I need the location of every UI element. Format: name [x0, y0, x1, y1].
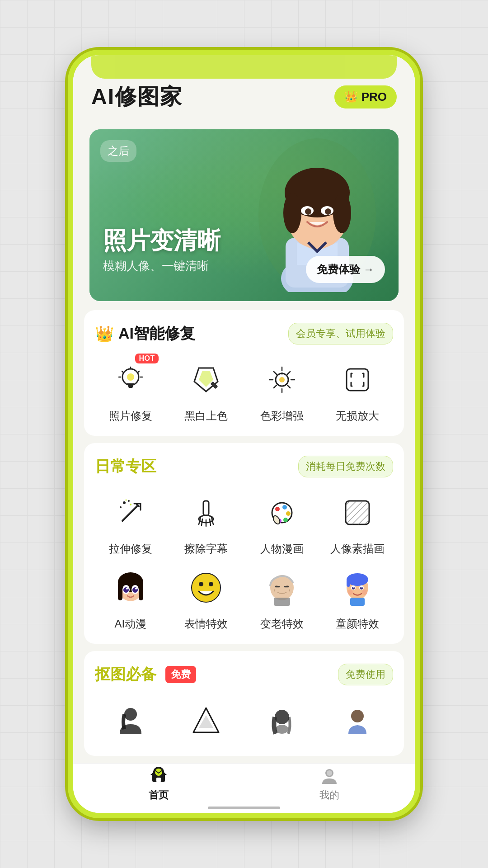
svg-point-70	[132, 587, 138, 593]
cutout-icon-box-3	[259, 698, 305, 743]
svg-point-51	[286, 511, 291, 516]
young-face-svg	[339, 570, 375, 606]
svg-point-40	[125, 500, 127, 501]
anime-icon-box	[108, 565, 153, 610]
ai-repair-section: 👑 AI智能修复 会员专享、试用体验	[84, 310, 404, 436]
ai-repair-title: 👑 AI智能修复	[95, 323, 195, 344]
cutout-item-2[interactable]	[171, 698, 242, 743]
bottom-nav: 首页 我的	[73, 763, 415, 813]
lossless-zoom-item[interactable]: 无损放大	[322, 357, 394, 423]
cartoon-icon-box	[259, 490, 305, 535]
cutout-item-3[interactable]	[246, 698, 318, 743]
cutout-icon-box-2	[183, 698, 229, 743]
hero-banner[interactable]: 之后 照片变清晰 模糊人像、一键清晰 免费体验 →	[89, 129, 399, 301]
colorize-icon-box	[183, 357, 229, 402]
svg-line-61	[358, 514, 369, 524]
svg-line-35	[137, 505, 139, 506]
cutout-icon-box-1	[108, 698, 153, 743]
svg-point-7	[333, 193, 351, 233]
svg-point-72	[135, 588, 137, 590]
hero-cta-button[interactable]: 免费体验 →	[306, 256, 385, 283]
anime-label: AI动漫	[114, 617, 146, 631]
old-emoji	[262, 567, 302, 608]
svg-point-95	[275, 710, 289, 724]
lines-icon	[341, 496, 374, 529]
nav-profile[interactable]: 我的	[244, 766, 415, 802]
anime-emoji	[110, 567, 151, 608]
young-effect-label: 童颜特效	[336, 617, 379, 631]
anime-face-svg	[113, 570, 149, 606]
expand-icon	[341, 363, 374, 396]
colorize-label: 黑白上色	[184, 409, 228, 423]
cutout-grid	[95, 698, 393, 743]
daily-badge: 消耗每日免费次数	[298, 456, 393, 477]
svg-rect-65	[118, 582, 122, 600]
smile-emoji	[186, 567, 226, 608]
phone-frame: AI修图家 👑 PRO	[68, 50, 420, 818]
svg-line-31	[274, 385, 277, 388]
svg-line-57	[346, 501, 357, 512]
cartoon-item[interactable]: 人物漫画	[246, 490, 318, 556]
svg-point-38	[120, 506, 122, 508]
svg-rect-100	[156, 778, 161, 782]
stretch-repair-icon-box	[108, 490, 153, 535]
nav-home[interactable]: 首页	[73, 766, 244, 802]
svg-point-89	[347, 590, 353, 595]
sun-icon	[266, 363, 298, 396]
svg-point-10	[305, 208, 311, 215]
svg-point-23	[279, 377, 285, 382]
user-icon	[319, 766, 339, 786]
svg-point-39	[130, 504, 131, 505]
home-indicator	[208, 807, 280, 809]
scroll-area[interactable]: AI修图家 👑 PRO	[73, 55, 415, 813]
stretch-repair-label: 拉伸修复	[109, 542, 152, 556]
wand-icon	[114, 496, 147, 529]
header: AI修图家 👑 PRO	[73, 55, 415, 120]
old-face-svg	[264, 570, 300, 606]
hero-title: 照片变清晰	[103, 226, 221, 255]
svg-line-28	[274, 372, 277, 374]
anime-item[interactable]: AI动漫	[95, 565, 166, 631]
svg-point-73	[192, 573, 221, 602]
svg-point-85	[352, 587, 355, 590]
home-icon	[149, 766, 169, 786]
svg-point-11	[325, 208, 331, 215]
ai-repair-grid: HOT 照片修复 黑白上色	[95, 357, 393, 423]
colorize-item[interactable]: 黑白上色	[171, 357, 242, 423]
svg-point-50	[282, 505, 287, 509]
photo-repair-icon-box: HOT	[108, 357, 153, 402]
lossless-zoom-label: 无损放大	[336, 409, 379, 423]
young-effect-icon-box	[335, 565, 380, 610]
svg-rect-82	[347, 580, 350, 587]
photo-repair-label: 照片修复	[109, 409, 152, 423]
young-effect-item[interactable]: 童颜特效	[322, 565, 394, 631]
old-effect-item[interactable]: 变老特效	[246, 565, 318, 631]
color-enhance-icon-box	[259, 357, 305, 402]
svg-line-59	[346, 501, 369, 524]
svg-point-32	[281, 372, 283, 375]
cutout-item-1[interactable]	[95, 698, 166, 743]
svg-rect-79	[274, 598, 290, 606]
svg-line-44	[202, 519, 202, 525]
erase-caption-item[interactable]: 擦除字幕	[171, 490, 242, 556]
stretch-repair-item[interactable]: 拉伸修复	[95, 490, 166, 556]
hero-subtitle: 模糊人像、一键清晰	[103, 258, 221, 274]
sketch-item[interactable]: 人像素描画	[322, 490, 394, 556]
old-effect-icon-box	[259, 565, 305, 610]
pro-badge[interactable]: 👑 PRO	[334, 85, 397, 108]
color-enhance-label: 色彩增强	[260, 409, 304, 423]
daily-header: 日常专区 消耗每日免费次数	[95, 456, 393, 477]
expression-item[interactable]: 表情特效	[171, 565, 242, 631]
svg-point-74	[199, 582, 203, 586]
brush-icon	[190, 496, 222, 529]
lossless-zoom-icon-box	[335, 357, 380, 402]
hero-label: 之后	[100, 140, 136, 162]
svg-point-86	[360, 587, 363, 590]
erase-caption-icon-box	[183, 490, 229, 535]
paint-icon	[190, 363, 222, 396]
cutout-item-4[interactable]	[322, 698, 394, 743]
photo-repair-item[interactable]: HOT 照片修复	[95, 357, 166, 423]
person1-icon	[114, 704, 147, 737]
color-enhance-item[interactable]: 色彩增强	[246, 357, 318, 423]
cutout-icon-box-4	[335, 698, 380, 743]
